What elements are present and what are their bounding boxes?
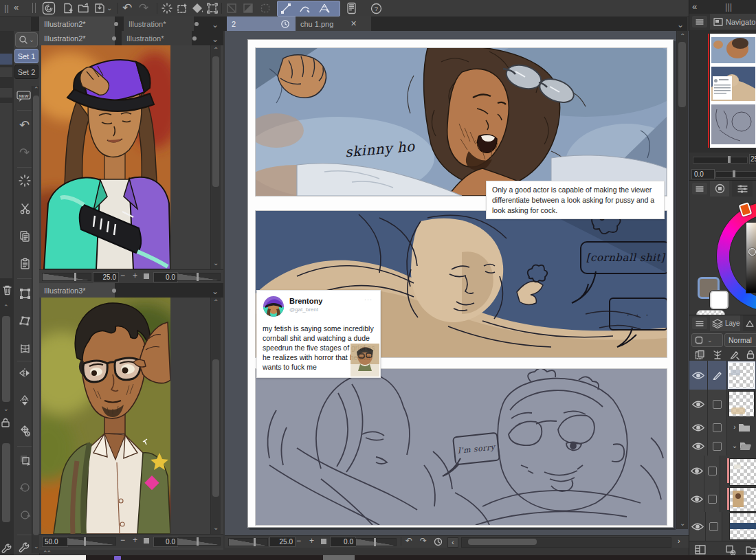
layer-visibility-cell[interactable]	[689, 390, 708, 418]
sub-color-swatch[interactable]	[710, 291, 729, 309]
frame-border-button[interactable]	[206, 2, 219, 14]
new-folder-button[interactable]	[744, 544, 756, 556]
tab-list-chevron-icon[interactable]: ⌄	[677, 21, 684, 29]
lock-layer-button[interactable]	[744, 348, 756, 361]
tab-timelapse-2[interactable]: 2	[227, 16, 304, 31]
scrollbar-thumb[interactable]	[212, 56, 219, 187]
tablet-mode-button[interactable]	[345, 1, 357, 15]
qa-mesh-transform-button[interactable]	[18, 341, 32, 355]
deselect-button[interactable]	[161, 2, 173, 14]
layer-visibility-cell[interactable]	[689, 456, 704, 486]
navigator-rotation-slider[interactable]	[715, 171, 756, 178]
tab-list-chevron-icon[interactable]: ⌄	[212, 21, 219, 29]
qa-undo-button[interactable]: ↶	[19, 119, 30, 131]
folder-cell[interactable]: ⌄	[727, 436, 756, 456]
qa-rotate-cw-button-disabled[interactable]	[18, 508, 32, 522]
fit-to-window-button[interactable]	[144, 538, 149, 544]
zoom-value[interactable]: 25.0	[269, 537, 296, 547]
scroll-up-icon[interactable]: ⌃	[213, 299, 219, 306]
snap-to-grid-button-active[interactable]	[318, 2, 331, 14]
layer-visibility-cell[interactable]	[689, 418, 708, 436]
trash-icon[interactable]	[1, 284, 13, 296]
layer-checkbox-cell[interactable]	[704, 486, 720, 512]
subtool-list[interactable]	[0, 103, 12, 278]
open-file-button[interactable]	[77, 2, 91, 14]
qa-rotate-ccw-button-disabled[interactable]	[18, 480, 32, 494]
qa-settings-wrench-button[interactable]	[17, 541, 31, 555]
layer-row-selected[interactable]	[689, 361, 756, 390]
qa-flip-vertical-button[interactable]	[18, 394, 32, 407]
quick-access-set1-button[interactable]: Set 1	[14, 49, 38, 63]
sidebar-collapse-icon[interactable]: «	[692, 2, 697, 11]
layer-visibility-cell[interactable]	[689, 512, 706, 541]
toolbar-drag-handle-icon[interactable]: ||	[4, 3, 9, 12]
select-area-button[interactable]	[176, 2, 188, 14]
scroll-up-icon[interactable]: ⌃	[3, 304, 9, 311]
qa-scale-rotate-button[interactable]	[18, 287, 32, 300]
navigator-rotation-value[interactable]: 0.0	[691, 169, 715, 179]
scroll-left-button[interactable]: ‹	[447, 537, 458, 548]
scroll-up-icon[interactable]: ⌃	[680, 33, 685, 40]
fit-to-window-button[interactable]	[144, 273, 149, 279]
fit-to-window-button[interactable]	[321, 539, 326, 544]
subtool-selected-item[interactable]	[0, 54, 12, 65]
tab-color-wheel[interactable]	[710, 181, 729, 197]
rotation-value[interactable]: 0.0	[153, 537, 178, 547]
quick-access-set2-button[interactable]: Set 2	[14, 65, 38, 79]
main-horizontal-scrollbar[interactable]	[461, 537, 671, 548]
layer-row-clipped[interactable]	[689, 456, 756, 486]
fill-tool-button[interactable]	[191, 2, 205, 14]
lock-transparent-pixels-button[interactable]	[728, 348, 740, 361]
sv-square[interactable]	[746, 222, 756, 293]
doc1-vertical-scrollbar[interactable]: ⌃ ⌄	[210, 45, 221, 269]
scrollbar-thumb[interactable]	[468, 539, 537, 545]
layer-palette-combo[interactable]: ⌄	[691, 333, 723, 347]
zoom-in-button[interactable]: +	[309, 537, 314, 545]
quick-access-tool-button[interactable]: ⌄	[15, 32, 38, 47]
layer-row-clipped[interactable]	[689, 486, 756, 513]
redo-button[interactable]: ↷	[139, 2, 148, 14]
scroll-down-icon[interactable]: ⌄	[3, 406, 9, 412]
toolbar-separator-handle[interactable]	[32, 3, 36, 13]
scrollbar-thumb[interactable]	[33, 96, 39, 535]
new-document-button[interactable]	[62, 2, 74, 14]
tab-chu1-png[interactable]: chu 1.png	[296, 16, 371, 31]
wrench-icon[interactable]	[1, 543, 13, 555]
layer-thumbnail-cell[interactable]	[727, 361, 756, 390]
rotation-slider[interactable]	[355, 538, 397, 546]
tab-navigator[interactable]: Navigator	[710, 14, 756, 30]
tab-layers[interactable]: Layer	[710, 315, 740, 331]
zoom-in-button[interactable]: +	[133, 271, 137, 280]
layer-thumbnail-cell[interactable]	[729, 456, 756, 486]
rotation-value[interactable]: 0.0	[153, 272, 178, 282]
story-new-dialog-button[interactable]: NEW	[16, 89, 32, 103]
timelapse-clock-icon[interactable]	[280, 19, 291, 30]
save-button[interactable]	[93, 2, 106, 14]
tab-list-chevron-icon[interactable]: ⌄	[212, 287, 219, 295]
scrollbar-thumb[interactable]	[212, 359, 219, 497]
toolbar-collapse-icon[interactable]: «	[14, 3, 19, 12]
tab-illustration2-doc[interactable]: Illustration2*	[39, 31, 115, 45]
clip-at-layer-below-button[interactable]	[693, 348, 706, 361]
subtool-item[interactable]	[0, 67, 12, 77]
rotate-cw-button[interactable]: ↷	[420, 537, 427, 545]
clip-studio-logo-icon[interactable]	[40, 1, 58, 15]
qa-move-layer-button[interactable]	[18, 424, 32, 438]
layer-row[interactable]	[689, 512, 756, 541]
navigator-zoom-value[interactable]: 25.0	[749, 154, 756, 164]
layer-checkbox-cell[interactable]	[704, 456, 720, 486]
qa-flip-horizontal-button[interactable]	[18, 366, 32, 380]
layer-checkbox-cell[interactable]	[708, 390, 726, 418]
canvas-illustration2[interactable]	[41, 45, 170, 269]
zoom-value[interactable]: 25.0	[93, 272, 119, 282]
rotation-value[interactable]: 0.0	[330, 537, 356, 547]
tweet-handle[interactable]: @gat_brent	[289, 306, 318, 313]
tab-illustration-doc[interactable]: Illustration*	[122, 31, 192, 45]
layer-row-folder-collapsed[interactable]: ›	[689, 418, 756, 437]
lock-icon[interactable]	[0, 417, 11, 428]
layer-visibility-cell[interactable]	[689, 436, 708, 456]
scrollbar-thumb[interactable]	[678, 42, 686, 107]
zoom-out-button[interactable]: −	[120, 536, 125, 544]
tab-layer-property[interactable]	[743, 315, 756, 331]
layer-row[interactable]	[689, 390, 756, 419]
